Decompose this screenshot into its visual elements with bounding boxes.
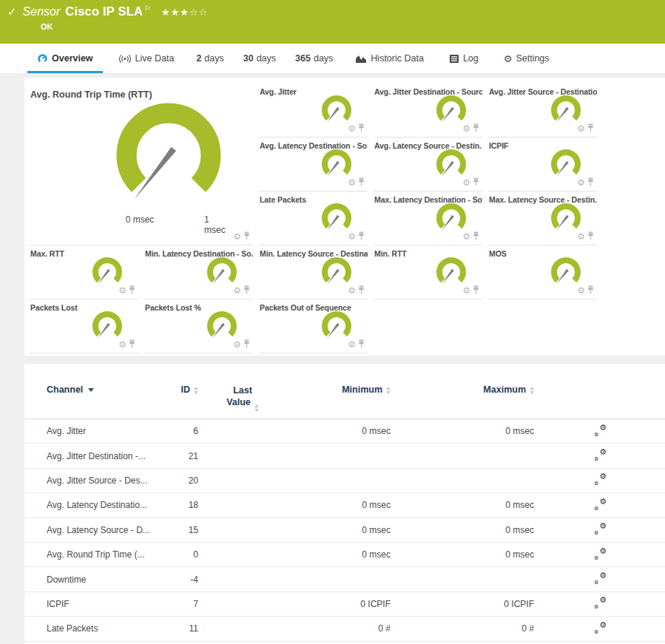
column-header-minimum[interactable]: Minimum <box>342 384 391 395</box>
gauge-gear-icon[interactable]: ⚙ <box>577 178 585 187</box>
tab-overview[interactable]: Overview <box>24 44 106 73</box>
gauge-gear-icon[interactable]: ⚙ <box>462 232 470 241</box>
gauge-title: Min. Latency Destination - So... <box>144 245 253 258</box>
channel-settings-icon[interactable]: ⚙⚙ <box>594 498 607 510</box>
gauge-gear-icon[interactable]: ⚙ <box>118 340 126 349</box>
channel-minimum: 0 ICPIF <box>287 599 391 609</box>
gauge-title: Min. RTT <box>374 245 482 258</box>
gauge-pin-icon[interactable] <box>243 230 250 243</box>
gauge-gear-icon[interactable]: ⚙ <box>462 286 470 295</box>
gauge-gear-icon[interactable]: ⚙ <box>348 124 356 133</box>
gauge-pin-icon[interactable] <box>358 230 365 243</box>
sort-updown-icon <box>194 387 198 394</box>
gauge-gear-icon[interactable]: ⚙ <box>462 178 470 187</box>
gauge-max-latency-destination-so[interactable]: Max. Latency Destination - So... ⚙ <box>374 191 482 245</box>
column-header-maximum[interactable]: Maximum <box>483 384 534 395</box>
gauge-pin-icon[interactable] <box>473 176 479 189</box>
gauge-mos[interactable]: MOS ⚙ <box>488 245 597 299</box>
gauge-title: Avg. Jitter Destination - Source <box>374 84 482 96</box>
tab-live-data[interactable]: Live Data <box>106 44 187 73</box>
channel-settings-icon[interactable]: ⚙⚙ <box>594 597 607 609</box>
tab-30-days[interactable]: 30 days <box>234 44 286 73</box>
channel-settings-icon[interactable]: ⚙⚙ <box>594 449 607 461</box>
gauge-avg-latency-destination-so[interactable]: Avg. Latency Destination - So... ⚙ <box>259 138 368 191</box>
gauge-min-latency-destination-so[interactable]: Min. Latency Destination - So... ⚙ <box>144 245 253 299</box>
gauge-title: Packets Out of Sequence <box>259 299 368 312</box>
priority-stars[interactable]: ★★★☆☆ <box>161 7 208 18</box>
gauge-avg-round-trip-time-rtt[interactable]: Avg. Round Trip Time (RTT) 0 msec 1 msec… <box>30 84 253 245</box>
gauge-max-latency-source-destin[interactable]: Max. Latency Source - Destin... ⚙ <box>488 191 597 245</box>
channel-settings-icon[interactable]: ⚙⚙ <box>594 572 607 584</box>
gauge-pin-icon[interactable] <box>129 338 135 351</box>
gauge-gear-icon[interactable]: ⚙ <box>348 178 356 187</box>
channel-settings-icon[interactable]: ⚙⚙ <box>594 424 607 436</box>
gauge-max-rtt[interactable]: Max. RTT ⚙ <box>30 245 138 299</box>
gauge-gear-icon[interactable]: ⚙ <box>233 286 241 295</box>
table-row[interactable]: Avg. Jitter 6 0 msec 0 msec ⚙⚙ <box>24 419 665 444</box>
gauge-pin-icon[interactable] <box>129 284 135 297</box>
gauge-pin-icon[interactable] <box>358 176 365 189</box>
gauge-pin-icon[interactable] <box>358 338 365 351</box>
table-row[interactable]: Avg. Latency Source - D... 15 0 msec 0 m… <box>24 518 665 543</box>
channel-settings-icon[interactable]: ⚙⚙ <box>594 622 607 634</box>
gauge-pin-icon[interactable] <box>243 284 250 297</box>
tab-log[interactable]: Log <box>436 44 491 73</box>
gauge-gear-icon[interactable]: ⚙ <box>233 340 241 349</box>
gauge-packets-lost[interactable]: Packets Lost ⚙ <box>30 299 138 353</box>
table-row[interactable]: Avg. Latency Destinatio... 18 0 msec 0 m… <box>24 493 665 518</box>
flag-icon[interactable]: ⚐ <box>144 4 151 13</box>
tab-settings[interactable]: ⚙ Settings <box>491 44 562 73</box>
gauge-gear-icon[interactable]: ⚙ <box>577 124 585 133</box>
gauge-gear-icon[interactable]: ⚙ <box>348 286 356 295</box>
channel-settings-icon[interactable]: ⚙⚙ <box>594 473 607 485</box>
channel-minimum: 0 # <box>287 623 391 634</box>
channel-settings-icon[interactable]: ⚙⚙ <box>594 523 607 535</box>
gauge-pin-icon[interactable] <box>587 230 594 243</box>
column-header-last-value[interactable]: Last Value <box>223 384 262 410</box>
gauge-icpif[interactable]: ICPIF ⚙ <box>488 138 597 191</box>
gauge-gear-icon[interactable]: ⚙ <box>577 286 585 295</box>
gauge-avg-latency-source-destin[interactable]: Avg. Latency Source - Destin... ⚙ <box>374 138 482 191</box>
gauge-pin-icon[interactable] <box>473 284 479 297</box>
gauge-avg-jitter-source-destination[interactable]: Avg. Jitter Source - Destination ⚙ <box>488 84 597 138</box>
gauge-gear-icon[interactable]: ⚙ <box>577 232 585 241</box>
channel-minimum: 0 msec <box>287 500 391 510</box>
gauge-avg-jitter-destination-source[interactable]: Avg. Jitter Destination - Source ⚙ <box>374 84 482 138</box>
gauge-packets-out-of-sequence[interactable]: Packets Out of Sequence ⚙ <box>259 299 368 353</box>
gauge-pin-icon[interactable] <box>473 122 479 135</box>
gauge-gear-icon[interactable]: ⚙ <box>348 340 356 349</box>
gauge-pin-icon[interactable] <box>587 122 594 135</box>
channel-maximum: 0 msec <box>391 426 534 436</box>
gauge-pin-icon[interactable] <box>358 122 365 135</box>
tab-2-days[interactable]: 2 days <box>186 44 233 73</box>
channel-id: 21 <box>154 451 198 461</box>
gauge-dial <box>106 197 246 209</box>
gauge-min-rtt[interactable]: Min. RTT ⚙ <box>374 245 482 299</box>
gauge-gear-icon[interactable]: ⚙ <box>462 124 470 133</box>
table-row[interactable]: Late Packets 11 0 # 0 # ⚙⚙ <box>24 617 665 641</box>
channel-settings-icon[interactable]: ⚙⚙ <box>594 548 607 560</box>
channel-name: Avg. Jitter Source - Des... <box>47 475 154 486</box>
gauge-pin-icon[interactable] <box>358 284 365 297</box>
gauge-late-packets[interactable]: Late Packets ⚙ <box>259 191 368 245</box>
tab-historic-data[interactable]: Historic Data <box>342 44 436 73</box>
gauge-pin-icon[interactable] <box>473 230 479 243</box>
gauge-min-latency-source-destina[interactable]: Min. Latency Source - Destina... ⚙ <box>259 245 368 299</box>
column-header-id[interactable]: ID <box>181 384 199 395</box>
gauge-pin-icon[interactable] <box>587 176 594 189</box>
gauge-gear-icon[interactable]: ⚙ <box>118 286 126 295</box>
gauge-avg-jitter[interactable]: Avg. Jitter ⚙ <box>259 84 368 138</box>
ok-check-icon: ✓ <box>7 5 17 18</box>
table-row[interactable]: Avg. Jitter Source - Des... 20 ⚙⚙ <box>24 469 665 493</box>
gauge-packets-lost[interactable]: Packets Lost % ⚙ <box>144 299 253 353</box>
gauge-gear-icon[interactable]: ⚙ <box>348 232 356 241</box>
table-row[interactable]: ICPIF 7 0 ICPIF 0 ICPIF ⚙⚙ <box>24 592 665 617</box>
gauge-gear-icon[interactable]: ⚙ <box>233 232 241 241</box>
gauge-pin-icon[interactable] <box>587 284 594 297</box>
table-row[interactable]: Avg. Round Trip Time (... 0 0 msec 0 mse… <box>24 543 665 567</box>
gauge-pin-icon[interactable] <box>243 338 250 351</box>
table-row[interactable]: Avg. Jitter Destination -... 21 ⚙⚙ <box>24 444 665 468</box>
column-header-channel[interactable]: Channel <box>47 384 94 395</box>
table-row[interactable]: Downtime -4 ⚙⚙ <box>24 567 665 592</box>
tab-365-days[interactable]: 365 days <box>286 44 342 73</box>
